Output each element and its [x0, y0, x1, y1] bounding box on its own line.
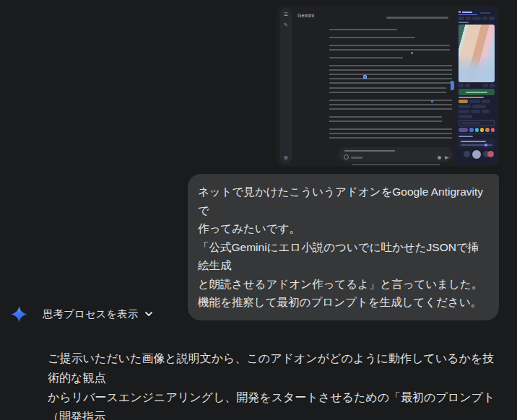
- tag-input: [459, 120, 495, 126]
- download-button: [483, 84, 488, 87]
- narration-player: [459, 139, 495, 148]
- panel-chip: [472, 17, 482, 20]
- color-action-orange: [485, 128, 489, 132]
- image-section-label: [459, 22, 469, 23]
- thumb-chat-title: [386, 17, 448, 19]
- panel-chip: [459, 17, 464, 20]
- tag-chip: [459, 100, 468, 103]
- gemini-sparkle-icon: [10, 305, 28, 323]
- tag-chip: [471, 110, 480, 113]
- chevron-down-icon: [144, 310, 153, 318]
- record-button: [487, 151, 494, 157]
- tag-chip: [459, 115, 472, 118]
- user-message-bubble: ネットで見かけたこういうアドオンをGoogle Antigravityで 作って…: [188, 174, 499, 320]
- color-action-cyan: [475, 128, 479, 132]
- inline-audio-icon: [411, 52, 413, 54]
- panel-chip: [466, 17, 470, 20]
- tag-chip: [469, 100, 480, 103]
- color-action-pink: [491, 128, 495, 132]
- gemini-logo-text: Gemini: [297, 13, 314, 18]
- panel-chip: [482, 17, 487, 20]
- color-action-blue: [469, 128, 473, 132]
- response-paragraph: ご提示いただいた画像と説明文から、このアドオンがどのように動作しているかを技術的…: [48, 349, 500, 420]
- attached-image-thumbnail[interactable]: ☰ ✎ ⚙ Gemini: [277, 6, 499, 166]
- thinking-process-toggle[interactable]: 思考プロセスを表示: [10, 305, 153, 323]
- prompt-info-label: [459, 97, 484, 98]
- previous-track-button: [464, 151, 470, 157]
- gear-icon: ⚙: [284, 155, 288, 160]
- generated-illustration: [459, 25, 495, 82]
- inline-image-icon: [363, 75, 367, 79]
- thumb-sidebar: ☰ ✎ ⚙: [280, 8, 292, 164]
- expand-button: [490, 84, 495, 87]
- thumb-footer-text: [352, 164, 440, 165]
- thumb-prompt-input: [339, 147, 453, 162]
- settings-tab: [480, 12, 490, 14]
- edit-icon: ✎: [284, 22, 288, 27]
- audio-section-label: [459, 136, 473, 137]
- gallery-tab: [459, 9, 477, 15]
- prev-image-button: [459, 84, 464, 87]
- mic-icon: [438, 156, 441, 159]
- inline-image-icon: [431, 100, 433, 102]
- send-icon: [445, 156, 449, 159]
- plus-icon: [344, 154, 349, 159]
- generate-image-button: [459, 89, 495, 95]
- thinking-toggle-label: 思考プロセスを表示: [43, 307, 138, 321]
- style-pill: [459, 128, 468, 132]
- tag-chip: [459, 110, 469, 113]
- panel-toggle-handle: [451, 81, 454, 90]
- play-button: [472, 150, 481, 159]
- thumb-chat-text: [329, 29, 452, 141]
- tag-chip: [482, 100, 490, 103]
- thumb-addon-panel: [456, 7, 497, 165]
- model-response: ご提示いただいた画像と説明文から、このアドオンがどのように動作しているかを技術的…: [48, 349, 500, 420]
- next-image-button: [465, 84, 470, 87]
- tag-chip: [459, 105, 471, 108]
- tag-chip: [482, 110, 490, 113]
- panel-chip: [489, 17, 495, 20]
- audio-progress-slider: [461, 144, 492, 146]
- menu-icon: ☰: [284, 12, 288, 17]
- tag-chip: [472, 105, 486, 108]
- user-message-text: ネットで見かけたこういうアドオンをGoogle Antigravityで 作って…: [198, 183, 487, 312]
- color-action-yellow: [480, 128, 484, 132]
